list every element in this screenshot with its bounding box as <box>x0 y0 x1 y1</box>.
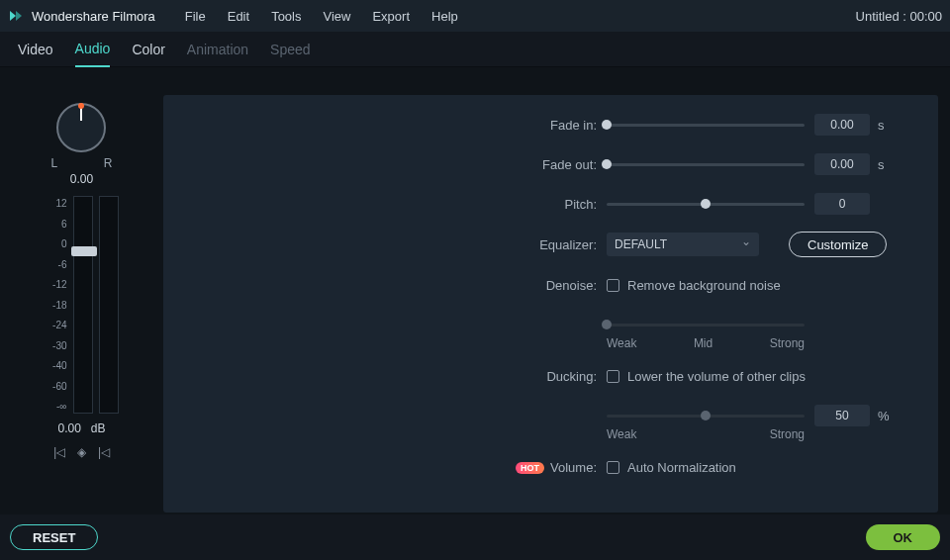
ducking-weak-label: Weak <box>607 427 636 441</box>
volume-fader[interactable] <box>73 196 93 414</box>
ducking-value[interactable]: 50 <box>814 405 870 426</box>
fade-in-slider[interactable] <box>607 122 805 128</box>
hot-badge: HOT <box>516 462 544 474</box>
marker-nav: ▷| ◈ |◁ <box>53 445 110 459</box>
fade-out-slider[interactable] <box>607 161 805 167</box>
footer: RESET OK <box>0 514 950 560</box>
menu-export[interactable]: Export <box>372 9 410 24</box>
auto-normalization-checkbox[interactable] <box>607 461 619 474</box>
tab-animation: Animation <box>187 32 248 67</box>
ducking-checkbox[interactable] <box>607 370 619 383</box>
app-name: Wondershare Filmora <box>32 9 155 24</box>
pitch-value[interactable]: 0 <box>814 193 870 215</box>
prev-keyframe-icon[interactable]: ▷| <box>53 445 65 459</box>
ducking-strong-label: Strong <box>770 427 805 441</box>
ok-button[interactable]: OK <box>866 524 941 550</box>
volume-label: HOTVolume: <box>163 460 607 475</box>
fade-in-value[interactable]: 0.00 <box>814 114 870 136</box>
meter-scale: 12 6 0 -6 -12 -18 -24 -30 -40 -60 -∞ <box>46 196 67 414</box>
denoise-strong-label: Strong <box>770 336 805 350</box>
pan-left-label: L <box>51 156 58 170</box>
menu-tools[interactable]: Tools <box>271 9 301 24</box>
menu-help[interactable]: Help <box>431 9 458 24</box>
next-keyframe-icon[interactable]: |◁ <box>98 445 110 459</box>
pitch-label: Pitch: <box>163 197 607 212</box>
ducking-label: Ducking: <box>163 369 607 384</box>
denoise-label: Denoise: <box>163 278 607 293</box>
denoise-mid-label: Mid <box>636 336 769 350</box>
denoise-slider <box>607 322 805 327</box>
left-audio-panel: L R 0.00 12 6 0 -6 -12 -18 -24 -30 -40 -… <box>0 95 163 513</box>
customize-button[interactable]: Customize <box>789 232 887 257</box>
pitch-slider[interactable] <box>607 201 805 207</box>
menu-file[interactable]: File <box>185 9 206 24</box>
reset-button[interactable]: RESET <box>10 524 98 550</box>
tab-video[interactable]: Video <box>18 32 53 67</box>
project-status: Untitled : 00:00 <box>856 9 942 24</box>
tab-bar: Video Audio Color Animation Speed <box>0 32 950 67</box>
tab-audio[interactable]: Audio <box>75 32 111 67</box>
equalizer-select[interactable]: DEFAULT <box>607 233 759 256</box>
tab-speed: Speed <box>270 32 310 67</box>
titlebar: Wondershare Filmora File Edit Tools View… <box>0 0 950 32</box>
volume-unit: dB <box>91 421 106 435</box>
pan-right-label: R <box>104 156 113 170</box>
ducking-check-label: Lower the volume of other clips <box>627 369 806 384</box>
menu-edit[interactable]: Edit <box>228 9 249 24</box>
denoise-checkbox[interactable] <box>607 279 619 292</box>
pan-dial[interactable] <box>56 103 108 154</box>
fade-out-unit: s <box>878 157 898 172</box>
app-logo-icon <box>8 8 24 24</box>
ducking-unit: % <box>878 409 898 423</box>
menu-view[interactable]: View <box>323 9 350 24</box>
audio-settings-panel: Fade in: 0.00 s Fade out: 0.00 s Pitch: <box>163 95 938 513</box>
equalizer-label: Equalizer: <box>163 237 607 252</box>
denoise-weak-label: Weak <box>607 336 636 350</box>
menu-bar: File Edit Tools View Export Help <box>185 9 458 24</box>
fade-in-unit: s <box>878 118 898 133</box>
fade-in-label: Fade in: <box>163 118 607 133</box>
level-meter <box>99 196 119 414</box>
pan-value: 0.00 <box>70 172 93 186</box>
volume-value: 0.00 <box>57 421 80 435</box>
tab-color[interactable]: Color <box>132 32 164 67</box>
ducking-slider <box>607 413 805 419</box>
denoise-check-label: Remove background noise <box>627 278 781 293</box>
auto-normalization-label: Auto Normalization <box>627 460 736 475</box>
fade-out-value[interactable]: 0.00 <box>814 153 870 175</box>
set-keyframe-icon[interactable]: ◈ <box>77 445 86 459</box>
fade-out-label: Fade out: <box>163 157 607 172</box>
